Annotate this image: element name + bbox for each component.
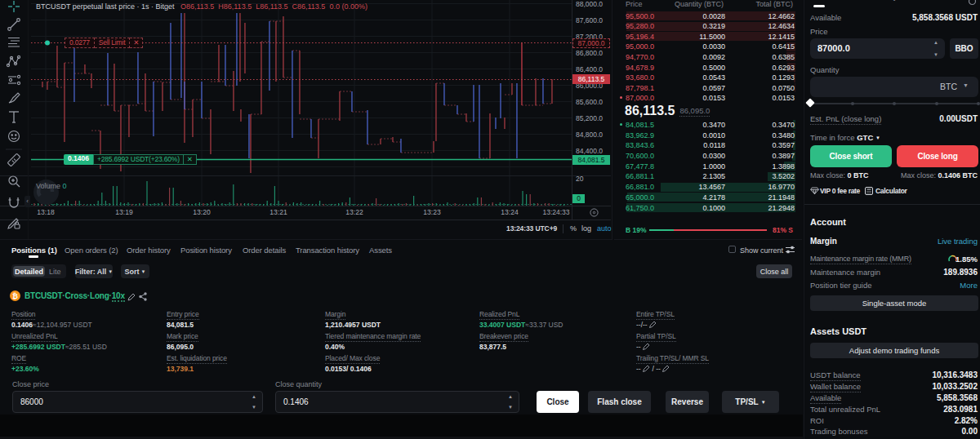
svg-text:₿: ₿ — [12, 292, 18, 300]
